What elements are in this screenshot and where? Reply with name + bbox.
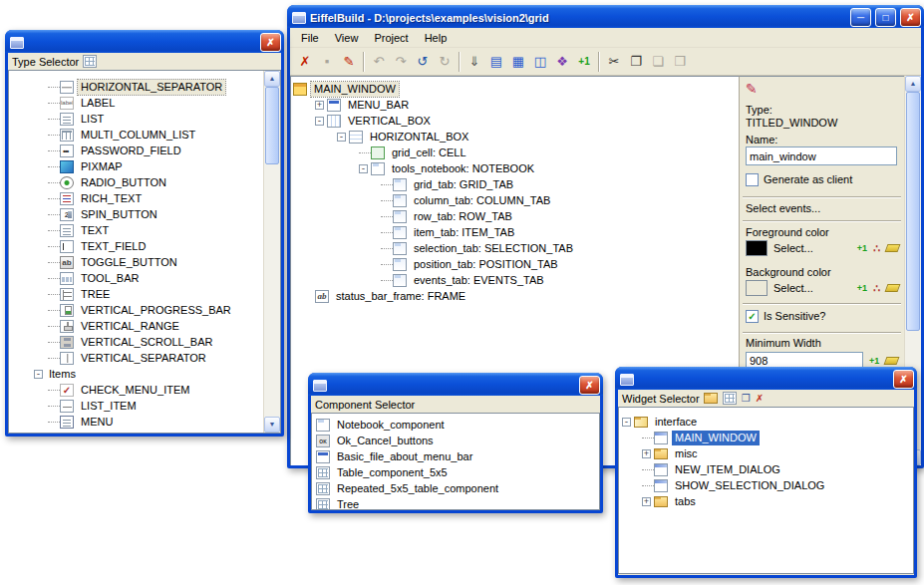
tree-item[interactable]: ✓CHECK_MENU_ITEM [9,382,263,398]
name-input[interactable] [746,146,897,165]
close-button[interactable]: ✗ [893,370,914,389]
tree-item[interactable]: -VERTICAL_BOX [291,113,739,129]
eraser-icon[interactable] [885,284,901,292]
show-widget-selector-button[interactable]: ◫ [529,51,551,73]
tree-item[interactable]: SHOW_SELECTION_DIALOG [619,477,913,493]
foreground-select-button[interactable]: Select... [773,242,813,254]
collapse-icon[interactable]: - [337,133,346,142]
tree-item[interactable]: +tabs [619,493,913,509]
tree-item[interactable]: RADIO_BUTTON [9,174,263,190]
redo-all-button[interactable]: ↻ [434,51,456,73]
save-button[interactable]: ▪ [316,51,338,73]
tree-item[interactable]: abstatus_bar_frame: FRAME [291,288,739,304]
eraser-icon[interactable] [884,357,900,365]
close-button[interactable]: ✗ [260,33,281,52]
new-folder-icon[interactable] [704,393,718,404]
tree-item[interactable]: LIST [9,111,263,127]
scrollbar-thumb[interactable] [906,92,920,331]
titlebar[interactable]: ✗ [308,373,603,396]
menu-file[interactable]: File [293,30,327,46]
menu-project[interactable]: Project [366,30,416,46]
tree-item[interactable]: Basic_file_about_menu_bar [312,448,599,464]
tree-item[interactable]: grid_tab: GRID_TAB [291,176,739,192]
background-color-swatch[interactable] [746,280,768,296]
tree-item[interactable]: TREE [9,286,263,302]
tree-item[interactable]: OKOk_Cancel_buttons [312,433,599,448]
tree-item[interactable]: grid_cell: CELL [291,145,739,160]
close-button[interactable]: ✗ [579,376,600,395]
add-one-button[interactable]: +1 [573,51,595,73]
add-one-icon[interactable]: +1 [857,281,867,295]
tree-item[interactable]: TOOL_BAR [9,270,263,286]
collapse-icon[interactable]: - [622,418,631,427]
tree-item[interactable]: VERTICAL_SCROLL_BAR [9,334,263,350]
show-object-editors-button[interactable]: ❖ [551,51,573,73]
collapse-icon[interactable]: - [359,164,368,173]
select-events-button[interactable]: Select events... [746,202,820,215]
scrollbar-thumb[interactable] [265,87,279,164]
color-pick-icon[interactable]: ∴ [873,281,880,295]
tree-item[interactable]: abTOGGLE_BUTTON [9,254,263,270]
paste-special-button[interactable]: ❒ [669,51,691,73]
delete-icon[interactable]: ✗ [755,393,765,404]
tree-item[interactable]: TEXT_FIELD [9,238,263,254]
scroll-down-icon[interactable]: ▼ [264,417,280,433]
tree-item[interactable]: Table_component_5x5 [312,464,599,480]
show-type-selector-button[interactable]: ▤ [485,51,507,73]
background-select-button[interactable]: Select... [773,282,813,294]
tree-item[interactable]: item_tab: ITEM_TAB [291,224,739,240]
delete-button[interactable]: ✗ [294,51,316,73]
collapse-icon[interactable]: - [34,370,43,379]
new-widget-icon[interactable] [723,392,737,405]
tree-item[interactable]: LIST_ITEM [9,398,263,414]
tree-item[interactable]: Notebook_component [312,417,599,433]
undo-all-button[interactable]: ↺ [412,51,434,73]
minimize-button[interactable]: ─ [850,8,871,27]
add-one-icon[interactable]: +1 [869,354,879,368]
tree-item[interactable]: VERTICAL_SEPARATOR [9,350,263,366]
tree-item[interactable]: -HORIZONTAL_BOX [291,129,739,145]
close-button[interactable]: ✗ [900,8,921,27]
redo-button[interactable]: ↷ [390,51,412,73]
paint-button[interactable]: ✎ [338,51,360,73]
titlebar[interactable]: ✗ [615,367,917,390]
tree-item[interactable]: +misc [619,445,913,461]
type-scrollbar[interactable]: ▲ ▼ [263,71,280,433]
eraser-icon[interactable] [885,244,901,252]
tree-item[interactable]: -interface [619,414,913,430]
undo-button[interactable]: ↶ [368,51,390,73]
tree-item[interactable]: row_tab: ROW_TAB [291,208,739,224]
tree-item[interactable]: Tree [312,496,599,509]
expand-icon[interactable]: + [642,449,651,458]
tree-item[interactable]: -tools_notebook: NOTEBOOK [291,160,739,176]
tree-item[interactable]: -Items [9,366,263,382]
tree-item[interactable]: MULTI_COLUMN_LIST [9,127,263,143]
titlebar[interactable]: ✗ [5,30,284,53]
tree-item[interactable]: +MENU_BAR [291,97,739,113]
is-sensitive-checkbox[interactable]: ✓ [746,310,759,323]
scrollbar-track[interactable] [264,87,280,417]
tree-item[interactable]: PASSWORD_FIELD [9,143,263,158]
tree-item[interactable]: NEW_ITEM_DIALOG [619,461,913,477]
copy-button[interactable]: ❐ [625,51,647,73]
paste-button[interactable]: ❏ [647,51,669,73]
tree-item[interactable]: Repeated_5x5_table_component [312,480,599,496]
tree-item[interactable]: MENU [9,414,263,430]
show-component-selector-button[interactable]: ▦ [507,51,529,73]
tree-item[interactable]: TEXT [9,222,263,238]
tree-item[interactable]: RICH_TEXT [9,190,263,206]
expand-icon[interactable]: + [642,497,651,506]
generate-as-client-checkbox[interactable] [746,173,759,186]
scroll-up-icon[interactable]: ▲ [264,71,280,87]
add-one-icon[interactable]: +1 [857,241,867,255]
tree-item[interactable]: VERTICAL_RANGE [9,318,263,334]
tree-item[interactable]: 2SPIN_BUTTON [9,206,263,222]
tree-item[interactable]: events_tab: EVENTS_TAB [291,272,739,288]
tree-item[interactable]: HORIZONTAL_SEPARATOR [9,79,263,95]
tree-item[interactable]: MAIN_WINDOW [291,81,739,97]
scroll-up-icon[interactable]: ▲ [905,76,921,92]
tree-item[interactable]: PIXMAP [9,158,263,174]
tree-item[interactable]: position_tab: POSITION_TAB [291,256,739,272]
collapse-icon[interactable]: - [315,117,324,126]
tree-item[interactable]: MAIN_WINDOW [619,430,913,445]
